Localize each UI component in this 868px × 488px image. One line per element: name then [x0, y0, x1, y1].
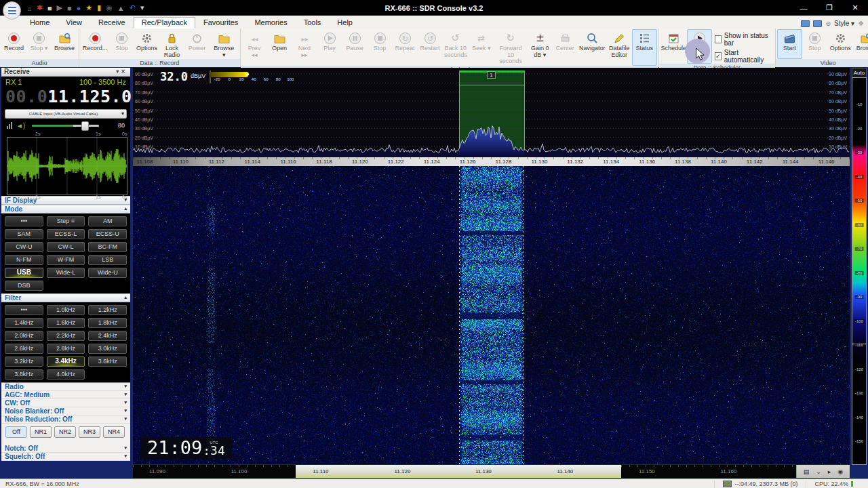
- ribbon-button-stop[interactable]: Stop: [368, 29, 393, 66]
- mode-button-bc-fm[interactable]: BC-FM: [88, 242, 127, 252]
- ribbon-button-record[interactable]: Record: [1, 29, 26, 59]
- ribbon-button-next[interactable]: ▸▸Next ▸▸: [292, 29, 317, 66]
- filter-button--[interactable]: •••: [5, 305, 43, 315]
- tab-memories[interactable]: Memories: [246, 17, 295, 28]
- ribbon-collapse-icon[interactable]: ❖: [858, 20, 864, 27]
- filter-button-2-2khz[interactable]: 2.2kHz: [47, 331, 85, 341]
- volume-slider[interactable]: [32, 121, 111, 129]
- stop-icon[interactable]: ■: [67, 4, 72, 12]
- filter-button-3-6khz[interactable]: 3.6kHz: [88, 357, 127, 367]
- mode-button-w-fm[interactable]: W-FM: [47, 255, 85, 265]
- ribbon-button-browse[interactable]: Browse: [854, 29, 868, 59]
- ribbon-button-schedule[interactable]: Schedule: [660, 29, 687, 64]
- mode-button-n-fm[interactable]: N-FM: [5, 255, 43, 265]
- ribbon-button-prev[interactable]: ◂◂Prev ◂◂: [242, 29, 267, 66]
- ribbon-button-stop[interactable]: Stop ▾: [26, 29, 52, 59]
- radio-row-radio[interactable]: Radio▾: [1, 383, 130, 391]
- film-icon[interactable]: ▤: [804, 468, 810, 475]
- filter-button-3-2khz[interactable]: 3.2kHz: [5, 357, 43, 367]
- filter-button-4-0khz[interactable]: 4.0kHz: [47, 369, 85, 380]
- ribbon-button-status[interactable]: Status: [632, 29, 657, 66]
- pan-icon[interactable]: ◉: [837, 468, 843, 475]
- ribbon-button-pause[interactable]: Pause: [342, 29, 368, 66]
- ribbon-button-lock[interactable]: Lock Radio: [159, 29, 184, 59]
- ribbon-button-play[interactable]: Play: [317, 29, 342, 66]
- mode-button-am[interactable]: AM: [88, 216, 127, 226]
- ribbon-button-stop[interactable]: Stop: [802, 29, 827, 59]
- filter-button-2-0khz[interactable]: 2.0kHz: [5, 331, 43, 341]
- volume-slider-handle[interactable]: [81, 121, 89, 131]
- receive-panel-header[interactable]: Receive ▾✕: [1, 68, 130, 77]
- ribbon-button-back-10[interactable]: ↺Back 10 seconds: [443, 29, 469, 66]
- lock-icon[interactable]: ▮: [97, 3, 101, 12]
- filter-button-3-8khz[interactable]: 3.8kHz: [5, 369, 43, 380]
- mode-button--[interactable]: •••: [5, 216, 43, 226]
- filter-button-2-4khz[interactable]: 2.4kHz: [88, 331, 127, 341]
- monitor-1-icon[interactable]: [801, 20, 810, 27]
- undo-icon[interactable]: ↶: [130, 3, 136, 12]
- mode-button-wide-l[interactable]: Wide-L: [47, 268, 85, 278]
- filter-button-1-8khz[interactable]: 1.8kHz: [88, 318, 127, 328]
- band-navigator[interactable]: ▤⌄▸◉ 11.09011.10011.11011.12011.13011.14…: [133, 465, 850, 478]
- ribbon-button-navigator[interactable]: Navigator: [578, 29, 607, 66]
- play-icon[interactable]: ▶: [57, 3, 62, 12]
- tab-favourites[interactable]: Favourites: [195, 17, 246, 28]
- filter-button-1-0khz[interactable]: 1.0kHz: [47, 305, 85, 315]
- panel-close-icon[interactable]: ✕: [121, 68, 127, 75]
- ribbon-button-record-[interactable]: Record...: [81, 29, 109, 59]
- mode-button-step-[interactable]: Step ≡: [47, 216, 85, 226]
- chevron-down-icon[interactable]: ⌄: [816, 468, 821, 475]
- tab-receive[interactable]: Receive: [90, 17, 134, 28]
- maximize-button[interactable]: ❐: [816, 0, 842, 16]
- frequency-scale[interactable]: 11.10811.11011.11211.11411.11611.11811.1…: [133, 157, 850, 166]
- ribbon-button-power[interactable]: Power: [184, 29, 210, 59]
- ribbon-button-gain-0[interactable]: ±Gain 0 dB ▾: [528, 29, 553, 66]
- camera-icon[interactable]: ◉: [106, 3, 113, 12]
- radio-row-squelch[interactable]: Squelch: Off▾: [1, 453, 130, 461]
- nr-button-nr2[interactable]: NR2: [54, 426, 76, 438]
- tab-tools[interactable]: Tools: [296, 17, 330, 28]
- arrow-right-icon[interactable]: ▸: [828, 468, 831, 475]
- selection-edge-left[interactable]: [459, 166, 460, 464]
- colorbar-gradient[interactable]: -10-20-30-40-50-60-70-80-90-100-110-120-…: [852, 77, 867, 465]
- settings-red-icon[interactable]: ✱: [37, 3, 43, 12]
- filter-button-1-2khz[interactable]: 1.2kHz: [88, 305, 127, 315]
- filter-button-2-6khz[interactable]: 2.6kHz: [5, 344, 43, 354]
- speaker-icon[interactable]: ◄): [16, 122, 25, 129]
- ribbon-button-browse[interactable]: Browse: [52, 29, 77, 59]
- mode-button-ecss-u[interactable]: ECSS-U: [88, 229, 127, 239]
- antenna-icon[interactable]: ▲: [117, 4, 125, 12]
- filter-button-1-6khz[interactable]: 1.6kHz: [47, 318, 85, 328]
- ribbon-button-open[interactable]: Open: [267, 29, 292, 66]
- nr-button-nr1[interactable]: NR1: [30, 426, 52, 438]
- mode-button-ecss-l[interactable]: ECSS-L: [47, 229, 85, 239]
- radio-row-noise-blanker[interactable]: Noise Blanker: Off▾: [1, 407, 130, 415]
- colorbar-auto-button[interactable]: Auto: [852, 68, 867, 77]
- frequency-display[interactable]: 00.011.125.000: [1, 86, 130, 108]
- filter-button-2-8khz[interactable]: 2.8kHz: [47, 344, 85, 354]
- checkbox-show-in-status-bar[interactable]: Show in status bar: [715, 32, 770, 47]
- mode-button-cw-l[interactable]: CW-L: [47, 242, 85, 252]
- selection-edge-right[interactable]: [524, 166, 524, 464]
- filter-button-1-4khz[interactable]: 1.4kHz: [5, 318, 43, 328]
- ribbon-button-browse[interactable]: Browse ▾: [210, 29, 239, 59]
- radio-row-agc[interactable]: AGC: Medium▾: [1, 391, 130, 399]
- mode-button-wide-u[interactable]: Wide-U: [88, 268, 127, 278]
- nr-button-nr3[interactable]: NR3: [79, 426, 100, 438]
- minimize-button[interactable]: —: [791, 0, 816, 16]
- mode-button-cw-u[interactable]: CW-U: [5, 242, 43, 252]
- nr-button-nr4[interactable]: NR4: [103, 426, 125, 438]
- mode-button-usb[interactable]: USB: [5, 268, 43, 278]
- monitor-2-icon[interactable]: [813, 20, 822, 27]
- checkbox-start-automatically[interactable]: ✓Start automatically: [715, 49, 770, 64]
- section-filter[interactable]: Filter▴: [1, 293, 130, 302]
- tab-home[interactable]: Home: [22, 17, 58, 28]
- radio-row-noise-reduction[interactable]: Noise Reduction: Off▾: [1, 415, 130, 424]
- nr-button-off[interactable]: Off: [5, 426, 27, 438]
- checkbox-icon[interactable]: ✓: [715, 52, 722, 60]
- filter-button-3-0khz[interactable]: 3.0kHz: [88, 344, 127, 354]
- folder-pale-icon[interactable]: ■: [47, 4, 52, 12]
- ribbon-button-seek[interactable]: ⇄Seek ▾: [469, 29, 494, 66]
- theme-icon[interactable]: ⊜: [825, 20, 831, 27]
- ribbon-button-options[interactable]: Options: [134, 29, 159, 59]
